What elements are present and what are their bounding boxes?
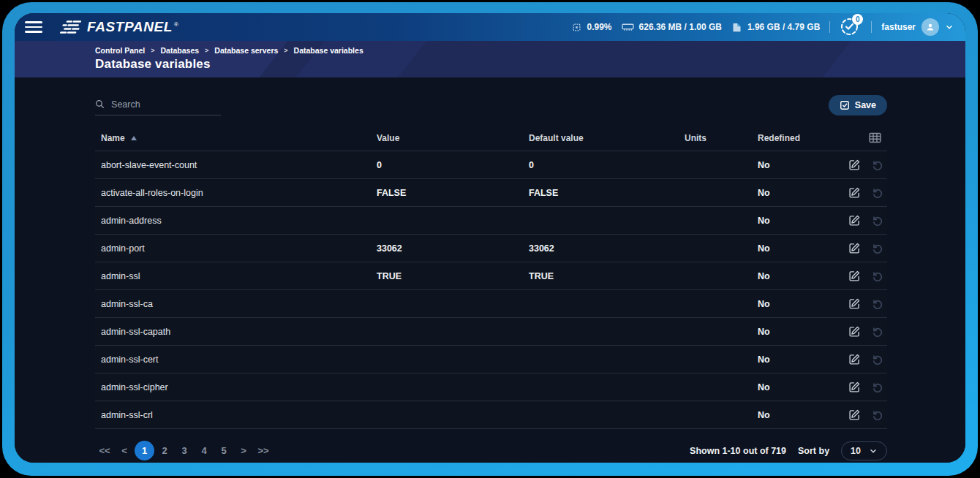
- table-row: admin-address No: [95, 207, 887, 235]
- cell-actions: [840, 159, 887, 171]
- column-header-name[interactable]: Name: [95, 133, 377, 143]
- cell-actions: [840, 381, 887, 393]
- edit-icon[interactable]: [848, 325, 861, 338]
- breadcrumb-control-panel[interactable]: Control Panel: [95, 46, 145, 55]
- disk-stat: 1.96 GB / 4.79 GB: [731, 22, 820, 33]
- topbar: FASTPANEL ® 0.99% 626.36 MB / 1.00: [15, 13, 965, 41]
- cpu-icon: [571, 22, 582, 33]
- search-input[interactable]: [111, 99, 221, 110]
- save-icon: [840, 100, 850, 110]
- cell-redefined: No: [758, 410, 840, 420]
- page-button-4[interactable]: 4: [195, 441, 214, 460]
- reset-icon[interactable]: [872, 159, 883, 171]
- page-button-1[interactable]: 1: [135, 441, 154, 460]
- cell-actions: [840, 242, 887, 254]
- cell-redefined: No: [758, 160, 840, 170]
- table-row: abort-slave-event-count 0 0 No: [95, 151, 887, 179]
- column-settings-button[interactable]: [840, 132, 887, 143]
- table-row: admin-ssl-cert No: [95, 346, 887, 373]
- user-icon: [925, 22, 935, 32]
- table-header: Name Value Default value Units Redefined: [95, 125, 887, 151]
- table-row: admin-ssl-capath No: [95, 318, 887, 346]
- reset-icon[interactable]: [872, 270, 883, 282]
- notifications-button[interactable]: 0: [840, 17, 862, 37]
- breadcrumb-database-variables[interactable]: Database variables: [294, 46, 363, 55]
- user-menu[interactable]: fastuser: [881, 18, 954, 36]
- reset-icon[interactable]: [872, 215, 883, 227]
- disk-icon: [731, 22, 742, 33]
- chevron-down-icon: [945, 23, 954, 31]
- breadcrumb-databases[interactable]: Databases: [161, 46, 200, 55]
- reset-icon[interactable]: [872, 243, 883, 254]
- save-label: Save: [855, 100, 876, 110]
- page-last-button[interactable]: >>: [254, 441, 273, 460]
- table-row: admin-ssl-cipher No: [95, 373, 887, 401]
- column-header-default-value: Default value: [529, 133, 685, 143]
- notification-badge: 0: [852, 14, 863, 25]
- edit-icon[interactable]: [848, 242, 861, 254]
- topbar-divider: [871, 21, 872, 33]
- edit-icon[interactable]: [848, 409, 861, 421]
- cell-actions: [840, 186, 887, 199]
- edit-icon[interactable]: [848, 381, 861, 393]
- cell-actions: [840, 325, 887, 338]
- search-icon: [95, 99, 105, 110]
- ram-value: 626.36 MB / 1.00 GB: [639, 22, 722, 32]
- menu-icon[interactable]: [25, 21, 42, 33]
- topbar-stats: 0.99% 626.36 MB / 1.00 GB 1.96 GB / 4.79…: [571, 17, 954, 37]
- page-size-select[interactable]: 10: [841, 441, 887, 460]
- cell-name: admin-port: [95, 243, 377, 254]
- cell-redefined: No: [758, 382, 840, 392]
- page-first-button[interactable]: <<: [95, 441, 114, 460]
- breadcrumb-separator: >: [284, 47, 287, 54]
- cell-default-value: 0: [529, 160, 685, 170]
- breadcrumb-separator: >: [151, 47, 154, 54]
- cpu-stat: 0.99%: [571, 22, 612, 33]
- table-row: admin-ssl-crl No: [95, 401, 887, 429]
- page-size-value: 10: [851, 446, 861, 456]
- disk-value: 1.96 GB / 4.79 GB: [747, 22, 820, 32]
- edit-icon[interactable]: [848, 214, 861, 227]
- cell-name: abort-slave-event-count: [95, 160, 377, 170]
- reset-icon[interactable]: [872, 187, 883, 199]
- cell-name: admin-ssl-cipher: [95, 382, 377, 392]
- table-footer: << < 1 2 3 4 5 > >> Shown 1-10 out of 71…: [95, 441, 887, 460]
- reset-icon[interactable]: [872, 326, 883, 338]
- pagination: << < 1 2 3 4 5 > >>: [95, 441, 273, 460]
- reset-icon[interactable]: [872, 298, 883, 310]
- reset-icon[interactable]: [872, 409, 883, 421]
- breadcrumb: Control Panel > Databases > Database ser…: [95, 46, 965, 55]
- reset-icon[interactable]: [872, 354, 883, 365]
- cell-actions: [840, 214, 887, 227]
- edit-icon[interactable]: [848, 297, 861, 310]
- page-next-button[interactable]: >: [234, 441, 253, 460]
- cell-value: FALSE: [377, 188, 529, 198]
- page-button-3[interactable]: 3: [175, 441, 194, 460]
- breadcrumb-separator: >: [205, 47, 208, 54]
- cpu-value: 0.99%: [587, 22, 612, 32]
- page-header-band: Control Panel > Databases > Database ser…: [15, 41, 965, 77]
- edit-icon[interactable]: [848, 186, 861, 199]
- edit-icon[interactable]: [848, 353, 861, 365]
- cell-value: TRUE: [377, 271, 529, 281]
- ram-icon: [622, 23, 634, 32]
- avatar: [921, 18, 939, 36]
- brand-logo[interactable]: FASTPANEL ®: [61, 19, 178, 35]
- cell-name: admin-ssl-cert: [95, 354, 377, 365]
- reset-icon[interactable]: [872, 382, 883, 393]
- page-button-2[interactable]: 2: [155, 441, 174, 460]
- table-row: admin-port 33062 33062 No: [95, 235, 887, 262]
- edit-icon[interactable]: [848, 270, 861, 282]
- page-prev-button[interactable]: <: [115, 441, 134, 460]
- page-button-5[interactable]: 5: [214, 441, 233, 460]
- main-content: Save Name Value Default value Units Rede…: [15, 77, 965, 463]
- cell-redefined: No: [758, 354, 840, 365]
- cell-value: 0: [377, 160, 529, 170]
- edit-icon[interactable]: [848, 159, 861, 171]
- save-button[interactable]: Save: [829, 95, 887, 115]
- breadcrumb-database-servers[interactable]: Database servers: [214, 46, 278, 55]
- table-body: abort-slave-event-count 0 0 No activate-…: [95, 151, 887, 429]
- page-background: FASTPANEL ® 0.99% 626.36 MB / 1.00: [0, 0, 980, 478]
- sort-by-label: Sort by: [798, 446, 829, 456]
- search-field[interactable]: [95, 99, 221, 115]
